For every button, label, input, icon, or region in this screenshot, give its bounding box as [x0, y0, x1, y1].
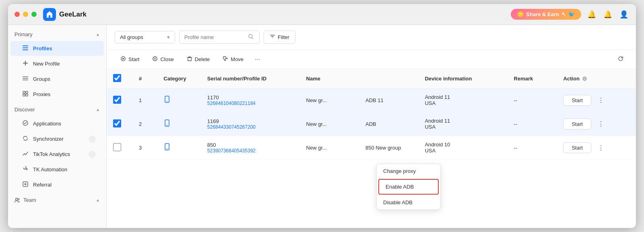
sidebar-item-new-profile[interactable]: New Profile — [10, 56, 104, 71]
action-toolbar: Start Close Delete — [107, 50, 636, 69]
sidebar-section-primary-header[interactable]: Primary ▲ — [8, 28, 106, 41]
more-action-button[interactable]: ··· — [251, 53, 264, 66]
close-button[interactable] — [14, 12, 20, 17]
row2-remark: -- — [514, 121, 518, 127]
search-wrapper[interactable] — [179, 31, 260, 44]
svg-rect-7 — [23, 80, 28, 80]
context-dropdown-menu: Change proxy Enable ADB Disable ADB — [376, 164, 441, 210]
row1-name-cell: New gr... — [300, 88, 359, 112]
row1-adb: ADB 11 — [365, 97, 384, 103]
bell-icon[interactable]: 🔔 — [602, 9, 613, 20]
search-input[interactable] — [184, 34, 245, 40]
row2-checkbox-cell — [107, 112, 132, 136]
row3-profile-id[interactable]: 523907368405435392 — [207, 148, 293, 154]
select-all-checkbox[interactable] — [113, 74, 121, 82]
svg-rect-8 — [23, 91, 25, 93]
row2-serial-cell: 1169 526844330745267200 — [201, 112, 300, 136]
minimize-button[interactable] — [23, 12, 28, 17]
sidebar-item-proxies[interactable]: Proxies — [10, 87, 104, 102]
tiktok-analytics-icon — [22, 150, 29, 158]
svg-rect-10 — [23, 94, 25, 96]
row2-device-info: Android 11 — [425, 118, 501, 124]
sidebar-section-team-header[interactable]: Team ▲ — [8, 194, 106, 206]
sidebar-item-applications[interactable]: Applications — [10, 116, 104, 131]
row1-device-info: Android 11 — [425, 94, 501, 100]
user-icon[interactable]: 👤 — [618, 9, 630, 20]
tk-automation-icon — [22, 166, 29, 173]
sidebar-section-discover-header[interactable]: Discover ▲ — [8, 103, 106, 116]
row2-action-cell: Start ⋮ — [557, 112, 636, 136]
close-action-icon — [152, 56, 158, 63]
settings-icon[interactable]: ⚙ — [582, 76, 587, 82]
groups-dropdown-label: All groups — [120, 34, 143, 40]
new-profile-label: New Profile — [33, 61, 60, 67]
row2-category-cell — [157, 112, 201, 136]
th-action: Action ⚙ — [557, 69, 636, 88]
primary-collapse-icon: ▲ — [96, 32, 100, 37]
close-action-button[interactable]: Close — [147, 53, 179, 65]
row1-device-icon — [163, 96, 171, 105]
move-action-button[interactable]: Move — [217, 53, 249, 65]
row1-more-button[interactable]: ⋮ — [594, 95, 607, 106]
row3-remark-cell: -- — [508, 136, 557, 160]
svg-marker-18 — [122, 57, 124, 60]
row2-start-button[interactable]: Start — [563, 119, 591, 129]
coin-icon-left: 🪙 — [517, 11, 524, 17]
delete-action-button[interactable]: Delete — [181, 53, 216, 65]
sidebar-item-groups[interactable]: Groups — [10, 72, 104, 86]
svg-rect-11 — [26, 94, 28, 96]
tk-automation-label: TK Automation — [33, 166, 67, 172]
groups-icon — [22, 75, 29, 83]
start-action-button[interactable]: Start — [115, 53, 145, 65]
start-action-label: Start — [128, 56, 139, 62]
proxies-label: Proxies — [33, 91, 50, 97]
row3-checkbox[interactable] — [113, 143, 121, 151]
row1-action-cell: Start ⋮ — [557, 88, 636, 112]
row2-name: New gr... — [306, 121, 327, 127]
th-action-label: Action — [563, 76, 579, 82]
row1-checkbox[interactable] — [113, 96, 121, 104]
row2-more-button[interactable]: ⋮ — [594, 119, 607, 129]
row2-profile-id[interactable]: 526844330745267200 — [207, 124, 293, 130]
proxies-icon — [22, 90, 29, 98]
share-earn-banner[interactable]: 🪙 Share & Earn ↖ 🐦 — [511, 9, 581, 20]
sidebar-item-tiktok-analytics[interactable]: TikTok Analytics — [10, 147, 104, 162]
more-icon: ··· — [255, 56, 260, 63]
row1-profile-id[interactable]: 526846104080221184 — [207, 101, 293, 106]
row3-start-button[interactable]: Start — [563, 142, 591, 153]
maximize-button[interactable] — [31, 12, 37, 17]
row1-device-region: USA — [425, 100, 501, 106]
profiles-label: Profiles — [33, 45, 52, 51]
enable-adb-menu-item[interactable]: Enable ADB — [378, 179, 439, 195]
row3-device-icon — [163, 144, 171, 152]
groups-label: Groups — [33, 76, 50, 82]
row1-serial-cell: 1170 526846104080221184 — [201, 88, 300, 112]
notification-tent-icon[interactable]: 🔔 — [586, 9, 597, 20]
groups-dropdown[interactable]: All groups ▾ — [115, 31, 175, 43]
th-category-label: Category — [163, 76, 186, 82]
tiktok-analytics-badge — [89, 151, 96, 158]
synchronizer-badge — [89, 136, 96, 143]
filter-button[interactable]: Filter — [264, 31, 295, 44]
sidebar-item-tk-automation[interactable]: TK Automation — [10, 162, 104, 177]
sidebar-item-referral[interactable]: Referral — [10, 177, 104, 192]
move-action-label: Move — [231, 56, 244, 62]
row3-action-cell: Start ⋮ — [557, 136, 636, 160]
refresh-button[interactable] — [613, 53, 628, 66]
row2-checkbox[interactable] — [113, 119, 121, 127]
disable-adb-menu-item[interactable]: Disable ADB — [377, 195, 440, 209]
sidebar-item-profiles[interactable]: Profiles — [10, 41, 104, 56]
row2-adb-cell: ADB — [359, 112, 418, 136]
row1-serial: 1170 — [207, 94, 293, 101]
row3-device-info: Android 10 — [425, 142, 501, 148]
content-area: All groups ▾ Filter — [107, 25, 636, 228]
change-proxy-menu-item[interactable]: Change proxy — [377, 164, 440, 178]
row3-adb-cell: 850 New group — [359, 136, 418, 160]
row2-device-cell: Android 11 USA — [418, 112, 507, 136]
row3-more-button[interactable]: ⋮ — [594, 142, 607, 153]
refresh-icon — [617, 57, 624, 63]
row1-start-button[interactable]: Start — [563, 95, 591, 106]
row3-name-cell: New gr... — [300, 136, 359, 160]
app-title: GeeLark — [59, 10, 87, 18]
sidebar-item-synchronizer[interactable]: Synchronizer — [10, 131, 104, 146]
